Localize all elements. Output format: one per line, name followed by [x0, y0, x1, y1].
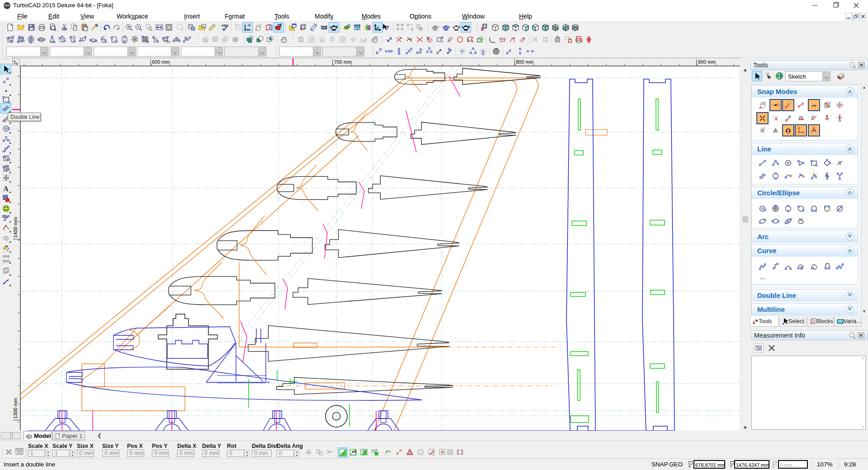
svg-text:1300 mm: 1300 mm: [13, 398, 18, 419]
svg-text:CP: CP: [362, 450, 367, 453]
svg-text:A: A: [3, 185, 9, 192]
svg-text:a;b: a;b: [799, 217, 802, 220]
svg-text:Y: Y: [730, 464, 732, 468]
svg-text:700 mm: 700 mm: [334, 59, 352, 65]
svg-text:1400 mm: 1400 mm: [13, 217, 18, 238]
svg-text:?: ?: [386, 24, 389, 30]
svg-text:ABC: ABC: [222, 24, 229, 28]
svg-text:900 mm: 900 mm: [698, 59, 716, 65]
svg-text:P: P: [376, 449, 377, 452]
svg-text:30: 30: [166, 40, 170, 43]
svg-text:600 mm: 600 mm: [152, 59, 170, 65]
svg-text:WP: WP: [352, 450, 357, 453]
svg-text:800 mm: 800 mm: [516, 59, 534, 65]
svg-text:X: X: [688, 464, 691, 468]
svg-text:Z: Z: [772, 464, 775, 468]
